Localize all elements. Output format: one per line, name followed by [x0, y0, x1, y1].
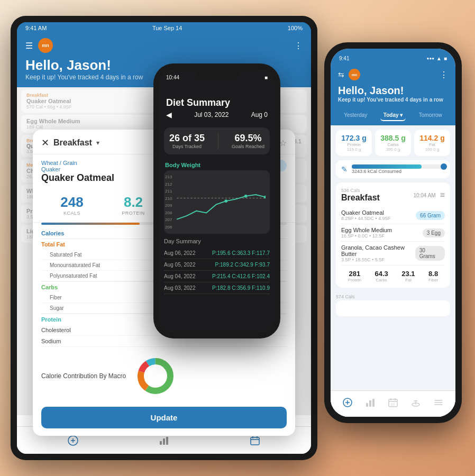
carbs-card: 388.5 g Carbs 390.0 g	[375, 130, 411, 156]
macros-row: 172.3 g Protein 119.0 g 388.5 g Carbs 39…	[336, 130, 450, 156]
calories-progress-row: ✎ 3243.6 kCal Consumed	[336, 160, 450, 178]
right-header: ⇆ mn ⋮ Hello, Jason! Keep it up! You've …	[331, 65, 455, 110]
svg-rect-15	[366, 403, 368, 407]
iphone-center-device: 10:44 ↑ ⊙ ■ Diet Summary ◀ Jul 03, 2022 …	[153, 63, 280, 338]
center-header: Diet Summary ◀ Jul 03, 2022 Aug 0	[159, 80, 275, 124]
food-pill-oatmeal[interactable]: 66 Gram	[416, 211, 445, 220]
food-item-granola: Granola, Cacao Cashew Butter 3.5P • 18.5…	[341, 242, 445, 266]
donut-label: Calorie Contribution By Macro	[41, 372, 126, 380]
goals-reached-value: 69.5%	[232, 133, 264, 144]
next-label: Aug 0	[251, 111, 268, 118]
modal-title: Breakfast	[53, 138, 92, 148]
svg-point-4	[145, 365, 166, 387]
ipad-battery: 100%	[288, 25, 303, 31]
footer-fat: 23.1 Fat	[401, 270, 415, 282]
donut-chart	[134, 355, 177, 397]
kcals-value: 248	[60, 194, 83, 210]
days-tracked-stat: 26 of 35 Days Tracked	[169, 133, 205, 149]
fat-value: 114.2 g	[417, 134, 447, 142]
right-body: 172.3 g Protein 119.0 g 388.5 g Carbs 39…	[331, 125, 455, 417]
protein-goal: 119.0 g	[339, 147, 369, 152]
day-row-0: Aug 06, 2022 P:195.6 C:363.3 F:117.7	[164, 248, 270, 259]
right-date-tabs: Yesterday Today ▾ Tomorrow	[331, 110, 455, 125]
food-macros-granola: 3.5P • 18.55C • 5.5F	[341, 257, 415, 262]
center-stats-box: 26 of 35 Days Tracked 69.5% Goals Reache…	[164, 127, 270, 154]
food-name-oatmeal: Quaker Oatmeal	[341, 209, 390, 216]
body-weight-chart: 213212211 210209208 207206	[164, 170, 270, 234]
day-row-2: Aug 04, 2022 P:215.4 C:412.6 F:102.4	[164, 271, 270, 282]
tab-tomorrow[interactable]: Tomorrow	[416, 110, 445, 121]
iphone-right-screen: 9:41 ●●● ▲ ■ ⇆ mn ⋮ Hello, Jason! Keep i…	[331, 49, 455, 417]
tab-food-icon[interactable]	[410, 397, 421, 410]
fat-goal: 100.0 g	[417, 147, 447, 152]
protein-macro: 8.2 PROTEIN	[122, 194, 145, 216]
line-chart-svg	[177, 175, 266, 230]
tab-settings-icon[interactable]	[433, 397, 444, 410]
fat-card: 114.2 g Fat 100.0 g	[414, 130, 450, 156]
tab-yesterday[interactable]: Yesterday	[341, 110, 370, 121]
ipad-date: Tue Sep 14	[152, 25, 182, 31]
right-menu-icon[interactable]: ⇆	[338, 70, 344, 79]
ipad-more-icon[interactable]: ⋮	[294, 41, 303, 51]
food-item-oatmeal: Quaker Oatmeal 8.25P • 44.5DC • 4.95F 66…	[341, 207, 445, 224]
body-weight-section-label: Body Weight	[159, 158, 275, 170]
protein-label: PROTEIN	[122, 210, 145, 216]
tab-home-icon[interactable]	[342, 397, 353, 410]
progress-handle[interactable]	[441, 163, 447, 170]
right-tab-bar: 10	[331, 390, 455, 417]
center-date-nav: ◀ Jul 03, 2022 Aug 0	[166, 111, 268, 119]
food-name: Quaker Oatmeal	[41, 172, 114, 184]
next-meal-card	[336, 300, 450, 316]
food-name-granola: Granola, Cacao Cashew Butter	[341, 244, 415, 257]
right-subtitle: Keep it up! You've tracked 4 days in a r…	[338, 97, 448, 103]
goals-reached-stat: 69.5% Goals Reached	[232, 133, 264, 149]
carbs-label: Carbs	[378, 142, 408, 147]
next-meal-cals: 574 Cals	[336, 292, 450, 300]
kcals-label: KCALS	[60, 210, 83, 216]
ipad-menu-icon[interactable]: ☰	[25, 41, 33, 51]
svg-rect-6	[160, 441, 162, 445]
food-pill-granola[interactable]: 30 Grams	[415, 246, 445, 261]
chart-y-axis: 213212211 210209208 207206	[164, 175, 172, 230]
days-tracked-value: 26 of 35	[169, 133, 205, 144]
ipad-logo: mn	[38, 38, 53, 53]
svg-point-12	[244, 195, 248, 198]
right-more-icon[interactable]: ⋮	[440, 70, 448, 80]
chart-line-area	[177, 175, 266, 230]
iphone-center-screen: 10:44 ↑ ⊙ ■ Diet Summary ◀ Jul 03, 2022 …	[159, 69, 275, 333]
iphone-center-status: 10:44 ↑ ⊙ ■	[159, 80, 275, 84]
update-button[interactable]: Update	[41, 407, 287, 428]
tab-diary[interactable]	[67, 435, 79, 446]
right-time: 9:41	[339, 56, 349, 61]
iphone-center-notch	[196, 69, 238, 80]
food-macros-egg: 16.5P • 0.0C • 12.5F	[341, 233, 392, 239]
tab-today[interactable]: Today ▾	[380, 110, 406, 121]
tab-calendar-icon[interactable]: 10	[388, 397, 398, 410]
protein-value: 8.2	[122, 194, 145, 210]
tab-chart[interactable]	[158, 435, 170, 446]
food-category: Wheat / Grain	[41, 160, 114, 166]
prev-arrow[interactable]: ◀	[166, 111, 172, 119]
fat-label: Fat	[417, 142, 447, 147]
food-brand: Quaker	[41, 166, 114, 172]
footer-carbs: 64.3 Carbs	[375, 270, 388, 282]
tab-calendar[interactable]	[249, 435, 261, 446]
calories-progress-bar	[352, 164, 445, 169]
modal-close-button[interactable]: ✕	[41, 137, 49, 149]
current-date: Jul 03, 2022	[194, 111, 229, 118]
svg-text:10: 10	[390, 402, 395, 406]
carbs-value: 388.5 g	[378, 134, 408, 142]
food-item-egg: Egg Whole Medium 16.5P • 0.0C • 12.5F 3 …	[341, 224, 445, 242]
meal-menu-icon[interactable]: ≡	[440, 190, 445, 200]
carbs-goal: 390.0 g	[378, 147, 408, 152]
day-row-3: Aug 03, 2022 P:182.8 C:356.9 F:110.9	[164, 282, 270, 294]
meal-footer: 281 Protein 64.3 Carbs 23.1 Fat 8.8 Fibe…	[341, 266, 445, 282]
progress-edit-icon[interactable]: ✎	[341, 165, 348, 173]
star-icon[interactable]: ☆	[279, 138, 287, 148]
signal-icon: ●●●	[427, 56, 435, 61]
day-summary-section: Day Summary Aug 06, 2022 P:195.6 C:363.3…	[159, 234, 275, 294]
food-pill-egg[interactable]: 3 Egg	[423, 228, 445, 237]
svg-point-11	[225, 199, 228, 203]
calories-consumed-label: 3243.6 kCal Consumed	[352, 169, 445, 174]
tab-stats-icon[interactable]	[365, 397, 376, 410]
